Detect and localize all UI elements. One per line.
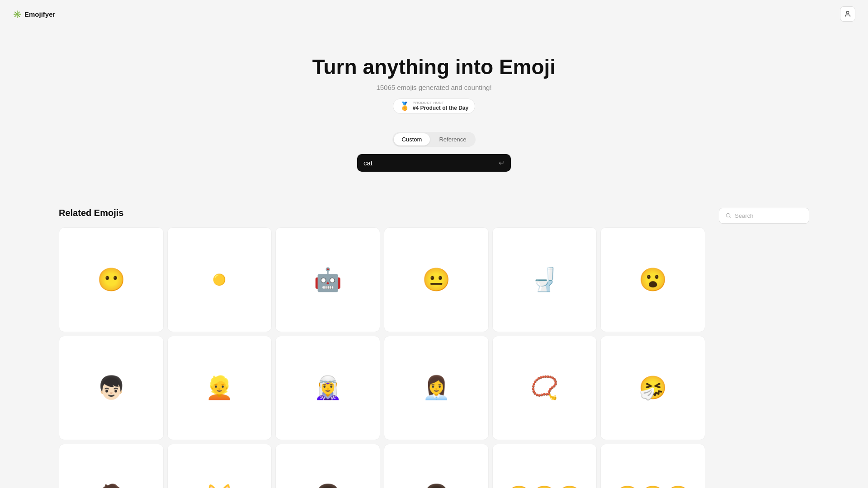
emoji-item[interactable]: 📿	[492, 336, 597, 441]
related-title: Related Emojis	[59, 208, 123, 218]
emoji-item[interactable]: 👩‍💼	[384, 336, 489, 441]
emoji-item[interactable]: 👩🏾	[384, 444, 489, 488]
header: ✳️ Emojifyer	[0, 0, 868, 28]
bottom-section: Related Emojis 😶 🟡 🤖 😐 🚽 😮 👦🏻 👱 🧝‍♀️ 👩‍💼…	[0, 208, 868, 488]
enter-icon: ↵	[499, 159, 505, 167]
logo[interactable]: ✳️ Emojifyer	[13, 10, 55, 19]
product-hunt-info: PRODUCT HUNT #4 Product of the Day	[413, 101, 468, 111]
sidebar-search-area	[719, 208, 809, 488]
svg-point-0	[846, 11, 849, 14]
hero-title: Turn anything into Emoji	[312, 55, 556, 79]
logo-icon: ✳️	[13, 10, 22, 19]
logo-text: Emojifyer	[24, 10, 55, 18]
emoji-grid-area: Related Emojis 😶 🟡 🤖 😐 🚽 😮 👦🏻 👱 🧝‍♀️ 👩‍💼…	[59, 208, 705, 488]
user-icon	[844, 10, 851, 18]
main-search-input[interactable]	[363, 159, 494, 167]
mode-toggle: Custom Reference	[392, 132, 476, 147]
emoji-item[interactable]: 😮	[600, 227, 705, 332]
emoji-item[interactable]: 🐱	[167, 444, 272, 488]
emoji-item[interactable]: 🤧	[600, 336, 705, 441]
emoji-item[interactable]: 😐	[384, 227, 489, 332]
product-hunt-text: #4 Product of the Day	[413, 105, 468, 111]
toggle-custom[interactable]: Custom	[394, 133, 430, 145]
emoji-grid: 😶 🟡 🤖 😐 🚽 😮 👦🏻 👱 🧝‍♀️ 👩‍💼 📿 🤧 🧑‍💼 🐱 👩🏾 👩…	[59, 227, 705, 488]
emoji-item[interactable]: 🤖	[275, 227, 380, 332]
emoji-item[interactable]: 🧝‍♀️	[275, 336, 380, 441]
product-hunt-label: PRODUCT HUNT	[413, 101, 468, 105]
sidebar-search-input[interactable]	[735, 212, 802, 219]
hero-subtitle: 15065 emojis generated and counting!	[376, 84, 491, 91]
emoji-item[interactable]: 👱	[167, 336, 272, 441]
emoji-item[interactable]: 😊😊😊	[492, 444, 597, 488]
emoji-item[interactable]: 😂😂😂	[600, 444, 705, 488]
search-icon	[726, 212, 731, 219]
user-button[interactable]	[840, 6, 855, 22]
emoji-item[interactable]: 👦🏻	[59, 336, 164, 441]
emoji-item[interactable]: 😶	[59, 227, 164, 332]
product-hunt-icon: 🏅	[400, 101, 410, 111]
hero-section: Turn anything into Emoji 15065 emojis ge…	[0, 28, 868, 181]
emoji-item[interactable]: 🚽	[492, 227, 597, 332]
emoji-item[interactable]: 👩🏾	[275, 444, 380, 488]
emoji-item[interactable]: 🧑‍💼	[59, 444, 164, 488]
svg-point-1	[726, 214, 730, 217]
related-header: Related Emojis	[59, 208, 705, 218]
main-search-bar: ↵	[357, 154, 511, 172]
product-hunt-badge[interactable]: 🏅 PRODUCT HUNT #4 Product of the Day	[393, 99, 475, 114]
toggle-reference[interactable]: Reference	[431, 133, 474, 145]
sidebar-search-box	[719, 208, 809, 224]
emoji-item[interactable]: 🟡	[167, 227, 272, 332]
